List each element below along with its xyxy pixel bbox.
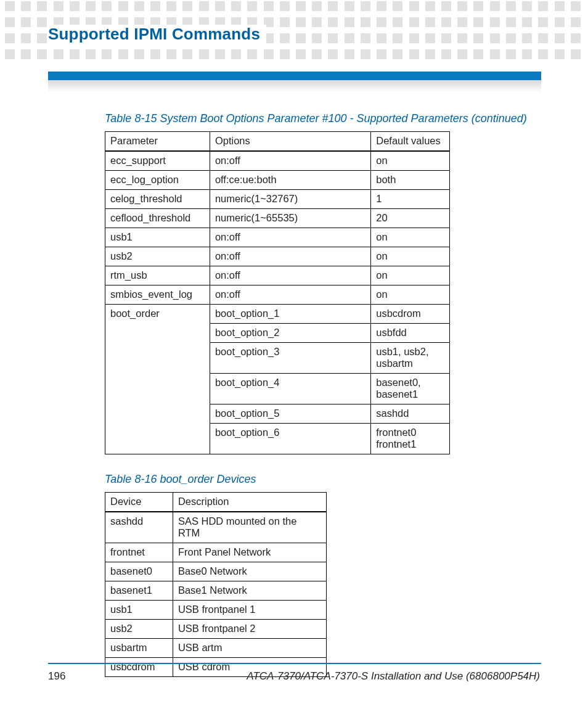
cell: usb1, usb2, usbartm (371, 343, 450, 374)
cell: on:off (210, 151, 370, 171)
cell: USB frontpanel 1 (173, 601, 326, 620)
col-description: Description (173, 493, 326, 512)
table-row: sashddSAS HDD mounted on the RTM (105, 512, 327, 543)
table-row: boot_orderboot_option_1usbcdrom (105, 305, 450, 324)
cell: boot_order (105, 305, 210, 454)
col-device: Device (105, 493, 173, 512)
table-row: smbios_event_logon:offon (105, 285, 450, 305)
cell: usbcdrom (371, 305, 450, 324)
cell: on:off (210, 247, 370, 266)
cell: boot_option_6 (210, 424, 370, 454)
cell: 20 (371, 209, 450, 228)
cell: usb1 (105, 228, 210, 247)
cell: boot_option_5 (210, 404, 370, 424)
table-row: basenet1Base1 Network (105, 581, 327, 601)
table-row: usb1on:offon (105, 228, 450, 247)
col-parameter: Parameter (105, 132, 210, 152)
cell: usb2 (105, 620, 173, 639)
cell: SAS HDD mounted on the RTM (173, 512, 326, 543)
table-header-row: Device Description (105, 493, 327, 512)
cell: usb1 (105, 601, 173, 620)
cell: boot_option_2 (210, 324, 370, 343)
cell: usb2 (105, 247, 210, 266)
cell: frontnet (105, 543, 173, 562)
cell: basenet0, basenet1 (371, 374, 450, 404)
col-options: Options (210, 132, 370, 152)
cell: numeric(1~65535) (210, 209, 370, 228)
cell: sashdd (371, 404, 450, 424)
footer-rule (48, 663, 541, 664)
cell: usbfdd (371, 324, 450, 343)
table-row: ecc_log_optionoff:ce:ue:bothboth (105, 171, 450, 190)
cell: basenet1 (105, 581, 173, 601)
table-row: ecc_supporton:offon (105, 151, 450, 171)
table-row: rtm_usbon:offon (105, 266, 450, 285)
cell: boot_option_1 (210, 305, 370, 324)
table-row: frontnetFront Panel Network (105, 543, 327, 562)
table-row: usb2USB frontpanel 2 (105, 620, 327, 639)
table-caption-8-15: Table 8-15 System Boot Options Parameter… (105, 112, 542, 125)
cell: frontnet0 frontnet1 (371, 424, 450, 454)
table-row: basenet0Base0 Network (105, 562, 327, 581)
cell: on (371, 266, 450, 285)
cell: on (371, 228, 450, 247)
cell: smbios_event_log (105, 285, 210, 305)
table-row: celog_thresholdnumeric(1~32767)1 (105, 190, 450, 209)
cell: on (371, 285, 450, 305)
cell: 1 (371, 190, 450, 209)
cell: Front Panel Network (173, 543, 326, 562)
cell: both (371, 171, 450, 190)
cell: on:off (210, 285, 370, 305)
cell: celog_threshold (105, 190, 210, 209)
table-header-row: Parameter Options Default values (105, 132, 450, 152)
table-caption-8-16: Table 8-16 boot_order Devices (105, 473, 542, 486)
cell: ecc_log_option (105, 171, 210, 190)
cell: usbartm (105, 639, 173, 658)
col-default: Default values (371, 132, 450, 152)
header-rule (48, 72, 541, 92)
cell: on (371, 151, 450, 171)
cell: numeric(1~32767) (210, 190, 370, 209)
cell: usbcdrom (105, 658, 173, 677)
cell: on (371, 247, 450, 266)
cell: USB artm (173, 639, 326, 658)
cell: ceflood_threshold (105, 209, 210, 228)
cell: rtm_usb (105, 266, 210, 285)
cell: on:off (210, 228, 370, 247)
cell: sashdd (105, 512, 173, 543)
cell: basenet0 (105, 562, 173, 581)
table-row: ceflood_thresholdnumeric(1~65535)20 (105, 209, 450, 228)
cell: USB frontpanel 2 (173, 620, 326, 639)
footer-doc-title: ATCA-7370/ATCA-7370-S Installation and U… (247, 670, 540, 683)
cell: boot_option_4 (210, 374, 370, 404)
cell: on:off (210, 266, 370, 285)
table-8-15: Parameter Options Default values ecc_sup… (105, 131, 450, 454)
table-8-16: Device Description sashddSAS HDD mounted… (105, 492, 327, 677)
cell: Base0 Network (173, 562, 326, 581)
table-row: usb1USB frontpanel 1 (105, 601, 327, 620)
cell: boot_option_3 (210, 343, 370, 374)
page-number: 196 (48, 670, 65, 683)
cell: Base1 Network (173, 581, 326, 601)
section-title: Supported IPMI Commands (48, 25, 266, 44)
table-row: usbartmUSB artm (105, 639, 327, 658)
cell: ecc_support (105, 151, 210, 171)
table-row: usb2on:offon (105, 247, 450, 266)
cell: off:ce:ue:both (210, 171, 370, 190)
